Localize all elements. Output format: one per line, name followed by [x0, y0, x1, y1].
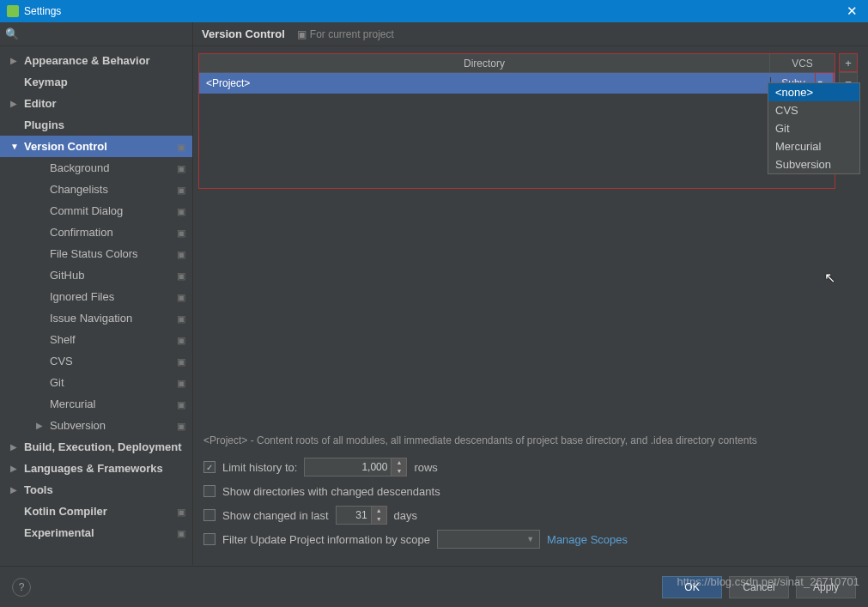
sidebar-item-label: Shelf — [50, 333, 76, 346]
settings-tree: ▶Appearance & BehaviorKeymap▶EditorPlugi… — [0, 46, 192, 547]
project-description: <Project> - Content roots of all modules… — [193, 429, 868, 452]
sidebar-item-experimental[interactable]: Experimental▣ — [0, 522, 192, 543]
project-badge-icon: ▣ — [177, 421, 187, 431]
table-row[interactable]: <Project> Subv... ▼ — [199, 73, 835, 94]
arrow-icon: ▶ — [10, 442, 19, 452]
sidebar-item-background[interactable]: Background▣ — [0, 157, 192, 179]
sidebar-item-label: Build, Execution, Deployment — [24, 440, 181, 453]
spinner-up-icon[interactable]: ▲ — [391, 458, 406, 467]
vcs-option-mercurial[interactable]: Mercurial — [768, 137, 859, 155]
project-badge-icon: ▣ — [177, 292, 187, 302]
sidebar-item-confirmation[interactable]: Confirmation▣ — [0, 222, 192, 243]
sidebar-item-label: Git — [50, 376, 64, 389]
sidebar-item-ignored-files[interactable]: Ignored Files▣ — [0, 286, 192, 307]
sidebar-item-changelists[interactable]: Changelists▣ — [0, 179, 192, 200]
project-badge-icon: ▣ — [177, 228, 187, 238]
page-title: Version Control — [202, 27, 285, 40]
project-badge-icon: ▣ — [177, 356, 187, 367]
close-icon[interactable]: ✕ — [843, 3, 861, 19]
sidebar-item-label: Plugins — [24, 118, 64, 131]
show-dirs-label: Show directories with changed descendant… — [222, 485, 440, 498]
arrow-icon: ▶ — [10, 99, 19, 108]
limit-history-checkbox[interactable] — [203, 461, 215, 473]
sidebar-item-label: Subversion — [50, 419, 106, 432]
vcs-option--none-[interactable]: <none> — [768, 83, 859, 101]
project-badge-icon: ▣ — [177, 399, 187, 410]
show-dirs-checkbox[interactable] — [203, 485, 215, 497]
sidebar-item-mercurial[interactable]: Mercurial▣ — [0, 393, 192, 415]
spinner-down-icon[interactable]: ▼ — [371, 515, 386, 524]
sidebar-item-languages-frameworks[interactable]: ▶Languages & Frameworks — [0, 458, 192, 479]
sidebar-item-appearance-behavior[interactable]: ▶Appearance & Behavior — [0, 50, 192, 71]
cancel-button[interactable]: Cancel — [729, 576, 789, 598]
chevron-down-icon: ▼ — [526, 535, 534, 543]
sidebar-item-editor[interactable]: ▶Editor — [0, 93, 192, 114]
sidebar-item-plugins[interactable]: Plugins — [0, 114, 192, 136]
sidebar-item-label: Appearance & Behavior — [24, 54, 150, 67]
sidebar-item-build-execution-deployment[interactable]: ▶Build, Execution, Deployment — [0, 436, 192, 458]
filter-scope-checkbox[interactable] — [203, 533, 215, 545]
sidebar-item-version-control[interactable]: ▼Version Control▣ — [0, 136, 192, 157]
sidebar-item-issue-navigation[interactable]: Issue Navigation▣ — [0, 307, 192, 329]
window-title: Settings — [24, 5, 61, 17]
arrow-icon: ▶ — [10, 56, 19, 65]
project-badge-icon: ▣ — [177, 270, 187, 281]
ok-button[interactable]: OK — [662, 576, 722, 598]
sidebar-item-cvs[interactable]: CVS▣ — [0, 350, 192, 372]
limit-history-label: Limit history to: — [222, 461, 297, 474]
help-button[interactable]: ? — [12, 578, 31, 597]
sidebar-item-label: Keymap — [24, 76, 68, 88]
sidebar-item-label: Languages & Frameworks — [24, 462, 163, 475]
sidebar-item-label: Version Control — [24, 140, 107, 153]
scope-select[interactable]: ▼ — [437, 530, 540, 549]
apply-button[interactable]: Apply — [796, 576, 856, 598]
sidebar-item-kotlin-compiler[interactable]: Kotlin Compiler▣ — [0, 501, 192, 522]
vcs-dropdown[interactable]: <none>CVSGitMercurialSubversion — [768, 82, 860, 174]
sidebar-item-git[interactable]: Git▣ — [0, 372, 192, 393]
vcs-option-subversion[interactable]: Subversion — [768, 155, 859, 173]
show-changed-checkbox[interactable] — [203, 509, 215, 521]
sidebar-item-label: Tools — [24, 483, 53, 496]
project-badge-icon: ▣ — [177, 185, 187, 195]
sidebar-item-label: Changelists — [50, 183, 108, 196]
search-input[interactable] — [22, 27, 187, 40]
project-badge-icon: ▣ — [177, 313, 187, 324]
col-directory[interactable]: Directory — [199, 54, 770, 72]
arrow-icon: ▶ — [10, 485, 19, 495]
sidebar-item-tools[interactable]: ▶Tools — [0, 479, 192, 501]
search-icon: 🔍 — [5, 27, 19, 40]
sidebar-item-label: Mercurial — [50, 398, 95, 410]
sidebar-item-label: GitHub — [50, 269, 84, 282]
sidebar-item-label: CVS — [50, 355, 73, 367]
sidebar-item-file-status-colors[interactable]: File Status Colors▣ — [0, 243, 192, 264]
sidebar-item-subversion[interactable]: ▶Subversion▣ — [0, 415, 192, 436]
project-badge-icon: ▣ — [177, 163, 187, 173]
col-vcs[interactable]: VCS — [770, 54, 835, 72]
sidebar-item-label: File Status Colors — [50, 247, 138, 260]
search-row: 🔍 — [0, 22, 192, 46]
sidebar-item-label: Confirmation — [50, 226, 113, 239]
content-panel: Version Control ▣ For current project Di… — [193, 22, 868, 565]
project-badge-icon: ▣ — [177, 142, 187, 152]
sidebar-item-label: Commit Dialog — [50, 204, 123, 217]
vcs-table: Directory VCS <Project> Subv... ▼ — [198, 53, 835, 189]
spinner-down-icon[interactable]: ▼ — [391, 467, 406, 476]
sidebar-item-label: Issue Navigation — [50, 312, 132, 325]
manage-scopes-link[interactable]: Manage Scopes — [547, 533, 628, 546]
add-button[interactable]: + — [839, 53, 858, 72]
sidebar-item-label: Experimental — [24, 526, 94, 539]
project-badge-icon: ▣ — [177, 528, 187, 538]
app-icon — [7, 5, 19, 17]
sidebar-item-commit-dialog[interactable]: Commit Dialog▣ — [0, 200, 192, 222]
sidebar-item-shelf[interactable]: Shelf▣ — [0, 329, 192, 350]
arrow-icon: ▶ — [10, 464, 19, 473]
sidebar-item-github[interactable]: GitHub▣ — [0, 264, 192, 286]
sidebar: 🔍 ▶Appearance & BehaviorKeymap▶EditorPlu… — [0, 22, 193, 565]
project-badge-icon: ▣ — [297, 28, 307, 40]
sidebar-item-label: Kotlin Compiler — [24, 505, 107, 518]
project-badge-icon: ▣ — [177, 507, 187, 517]
vcs-option-git[interactable]: Git — [768, 119, 859, 137]
spinner-up-icon[interactable]: ▲ — [371, 507, 386, 515]
sidebar-item-keymap[interactable]: Keymap — [0, 71, 192, 93]
vcs-option-cvs[interactable]: CVS — [768, 101, 859, 119]
